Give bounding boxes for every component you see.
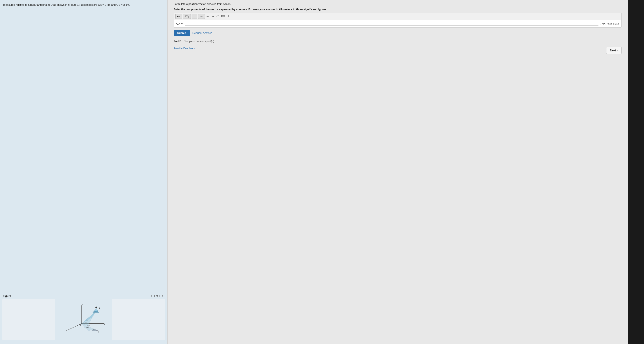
input-row: rAB = i km, j km, k km [174, 20, 622, 27]
toolbar-keyboard-btn[interactable]: ⌨ [220, 14, 226, 18]
toolbar-redo-btn[interactable]: ↪ [210, 14, 215, 18]
part-b-text: Complete previous part(s) [184, 39, 214, 43]
figure-image: O z y x A [2, 299, 165, 340]
button-row: Submit Request Answer [174, 30, 622, 36]
toolbar-btn-arrows[interactable]: ↕↑ [192, 14, 197, 19]
figure-nav: < 1 of 1 > [150, 294, 164, 298]
svg-text:25°: 25° [86, 327, 89, 329]
toolbar-undo-btn[interactable]: ↩ [206, 14, 210, 18]
svg-text:40°: 40° [87, 325, 90, 327]
svg-text:x: x [64, 330, 66, 332]
left-panel: measured relative to a radar antenna at … [0, 0, 168, 344]
provide-feedback-link[interactable]: Provide Feedback [174, 47, 195, 50]
bold-instruction: Enter the components of the vector separ… [174, 8, 622, 11]
figure-header: Figure < 1 of 1 > [2, 294, 165, 298]
figure-page-indicator: 1 of 1 [154, 295, 160, 298]
toolbar-refresh-btn[interactable]: ↺ [216, 14, 220, 18]
toolbar-btn-sqrt[interactable]: ▪√n [176, 14, 182, 19]
request-answer-button[interactable]: Request Answer [192, 31, 212, 34]
question-line1: Formulate a position vector, directed fr… [174, 2, 622, 6]
figure-prev-btn[interactable]: < [150, 294, 153, 298]
part-b-section: Part B Complete previous part(s) [174, 39, 622, 43]
toolbar-btn-greek[interactable]: ΑΣφ [183, 14, 191, 19]
next-button[interactable]: Next › [606, 47, 622, 54]
part-b-label: Part B [174, 39, 181, 43]
dark-right-panel [628, 0, 644, 344]
answer-input[interactable] [185, 22, 598, 26]
svg-text:60°: 60° [86, 320, 88, 322]
unit-label: i km, j km, k km [600, 22, 619, 25]
svg-text:z: z [82, 303, 83, 306]
right-panel: Formulate a position vector, directed fr… [168, 0, 628, 344]
svg-text:B: B [98, 331, 100, 334]
figure-svg: O z y x A [2, 299, 165, 340]
figure-title: Figure [3, 295, 11, 298]
vector-label: rAB = [176, 22, 182, 25]
svg-text:35°: 35° [84, 322, 87, 324]
toolbar-help-btn[interactable]: ? [227, 14, 230, 18]
svg-rect-0 [55, 299, 112, 340]
svg-text:A: A [95, 306, 97, 308]
svg-text:y: y [104, 323, 106, 325]
intro-text: measured relative to a radar antenna at … [3, 3, 164, 7]
figure-next-btn[interactable]: > [161, 294, 164, 298]
toolbar-btn-vec[interactable]: vec [198, 14, 205, 19]
svg-text:A: A [99, 307, 100, 310]
figure-section: Figure < 1 of 1 > O z [0, 294, 167, 340]
submit-button[interactable]: Submit [174, 30, 190, 36]
math-toolbar: ▪√n ΑΣφ ↕↑ vec ↩ ↪ ↺ ⌨ ? [174, 13, 622, 20]
